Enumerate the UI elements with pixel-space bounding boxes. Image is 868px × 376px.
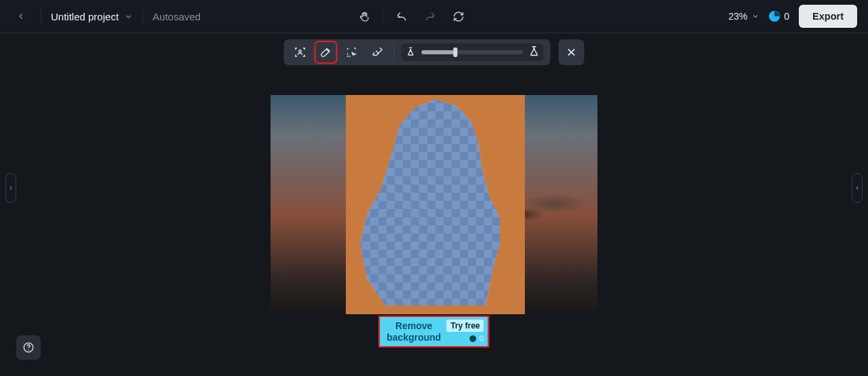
eraser-icon <box>372 46 384 58</box>
auto-subject-tool[interactable] <box>291 43 310 62</box>
close-icon <box>566 47 577 58</box>
chevron-left-icon <box>16 12 26 21</box>
top-bar: Untitled project Autosaved 23% <box>0 0 868 33</box>
brush-size-slider[interactable] <box>401 43 544 61</box>
svg-point-1 <box>299 50 301 52</box>
chevron-down-icon <box>124 12 133 21</box>
refresh-button[interactable] <box>448 6 469 26</box>
help-button[interactable] <box>16 335 41 360</box>
brush-tool[interactable] <box>317 43 336 62</box>
callout-credit-tail: 0 <box>469 333 484 343</box>
slider-fill <box>422 50 456 54</box>
redo-button[interactable] <box>420 6 440 26</box>
pan-tool-button[interactable] <box>354 6 374 26</box>
topbar-left: Untitled project Autosaved <box>11 6 201 26</box>
redo-icon <box>424 11 435 22</box>
svg-point-6 <box>28 350 28 350</box>
lasso-tool[interactable] <box>342 43 361 62</box>
close-tool-button[interactable] <box>559 39 585 65</box>
separator <box>41 9 41 24</box>
project-name: Untitled project <box>51 11 119 22</box>
separator <box>382 9 383 24</box>
topbar-right: 23% 0 Export <box>728 5 857 28</box>
separator <box>142 9 143 24</box>
refresh-icon <box>452 11 464 22</box>
credits-count: 0 <box>784 11 789 22</box>
eraser-tool[interactable] <box>368 43 387 62</box>
credits-indicator[interactable]: 0 <box>769 11 789 22</box>
zoom-dropdown[interactable]: 23% <box>728 11 760 22</box>
project-name-dropdown[interactable]: Untitled project <box>51 11 133 22</box>
canvas[interactable] <box>271 95 597 314</box>
export-button[interactable]: Export <box>799 5 857 28</box>
large-size-icon <box>529 47 540 58</box>
portrait-frame-icon <box>294 46 307 58</box>
zoom-value: 23% <box>728 11 747 22</box>
brush-icon <box>320 46 332 58</box>
export-label: Export <box>812 11 844 22</box>
try-free-badge[interactable]: Try free <box>446 320 484 332</box>
back-button[interactable] <box>11 6 31 26</box>
save-status: Autosaved <box>153 11 201 22</box>
lasso-select-icon <box>346 46 358 58</box>
remove-background-callout[interactable]: Remove background Try free 0 <box>378 316 489 347</box>
topbar-center <box>354 6 469 26</box>
callout-line1: Remove <box>387 320 441 331</box>
chevron-left-icon <box>854 184 861 192</box>
expand-left-panel[interactable] <box>5 173 16 203</box>
slider-track[interactable] <box>422 50 524 54</box>
tool-strip <box>284 39 585 65</box>
undo-button[interactable] <box>391 6 412 26</box>
callout-line2: background <box>387 332 441 343</box>
small-size-icon <box>406 47 416 58</box>
credits-pie-icon <box>769 11 780 22</box>
separator <box>394 45 395 60</box>
callout-right: Try free 0 <box>446 320 484 343</box>
chevron-right-icon <box>7 184 14 192</box>
tool-group <box>284 39 551 65</box>
help-icon <box>22 341 35 354</box>
chevron-down-icon <box>751 12 760 20</box>
hand-icon <box>358 11 370 22</box>
expand-right-panel[interactable] <box>852 173 863 203</box>
callout-text: Remove background <box>387 320 441 342</box>
slider-thumb[interactable] <box>453 48 457 57</box>
undo-icon <box>395 11 407 22</box>
svg-point-4 <box>469 335 476 342</box>
